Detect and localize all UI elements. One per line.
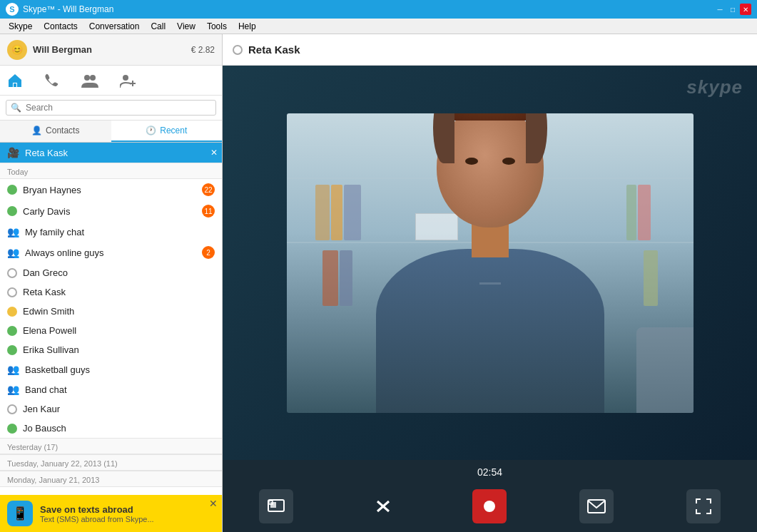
restore-button[interactable]: □ [727,4,738,15]
profile-credit[interactable]: € 2.82 [191,45,215,55]
video-status-icon: 🎥 [7,147,19,158]
contact-status-indicator [233,45,243,55]
menu-contacts[interactable]: Contacts [38,20,83,33]
menu-skype[interactable]: Skype [3,20,38,33]
svg-point-11 [484,501,495,512]
contact-name: Erika Sullivan [23,344,79,355]
end-call-button[interactable] [366,489,400,523]
status-dot-green [7,326,17,336]
timer-display: 02:54 [477,466,502,478]
contact-name: Elena Powell [23,325,76,336]
ad-close-button[interactable]: ✕ [209,498,218,509]
svg-point-3 [123,75,128,81]
contact-name: Carly Davis [23,206,70,217]
contact-name: Band chat [25,384,67,395]
menu-tools[interactable]: Tools [201,20,233,33]
video-frame [287,113,694,413]
contacts-tab-icon: 👤 [31,126,42,135]
contact-name: Reta Kask [23,287,66,297]
status-dot-green [7,345,17,355]
group-icon: 👥 [7,247,19,258]
left-panel: 😊 Will Bergman € 2.82 [0,34,223,532]
skype-watermark: skype [686,76,743,98]
status-dot-offline [7,268,17,278]
menu-call[interactable]: Call [145,20,171,33]
fullscreen-button[interactable] [686,489,721,523]
list-item[interactable]: Elena Powell [0,321,222,340]
svg-rect-7 [270,502,276,508]
contact-name: Dan Greco [23,267,68,278]
search-icon: 🔍 [11,103,21,113]
contact-name: Basketball guys [25,364,90,375]
record-button[interactable] [472,489,507,523]
list-item[interactable]: Bryan Haynes 22 [0,179,222,200]
menu-help[interactable]: Help [233,20,262,33]
list-item[interactable]: Jo Bausch [0,419,222,438]
ad-text-block: Save on texts abroad Text (SMS) abroad f… [40,504,215,523]
status-dot-green [7,206,17,216]
call-timer: 02:54 [223,460,757,484]
search-input[interactable] [26,103,211,113]
ad-icon: 📱 [7,501,33,526]
ad-banner: 📱 Save on texts abroad Text (SMS) abroad… [0,495,222,532]
ad-subtitle: Text (SMS) abroad from Skype... [40,515,215,523]
eye-left [465,158,478,165]
window-controls: ─ □ ✕ [714,4,751,15]
contact-name: Bryan Haynes [23,185,81,195]
main-layout: 😊 Will Bergman € 2.82 [0,34,757,532]
ad-title[interactable]: Save on texts abroad [40,504,215,515]
unread-badge: 2 [202,246,215,259]
screen-share-button[interactable] [259,489,293,523]
eye-right [502,158,515,165]
contact-name-selected: Reta Kask [25,148,68,158]
list-item[interactable]: Jen Kaur [0,399,222,419]
list-item[interactable]: Edwin Smith [0,302,222,321]
close-button[interactable]: ✕ [740,4,751,15]
section-jan21: Monday, January 21, 2013 [0,471,222,487]
call-nav-button[interactable] [44,73,60,88]
list-item[interactable]: Carly Davis 11 [0,200,222,222]
selected-contact-item[interactable]: 🎥 Reta Kask ✕ [0,143,222,163]
close-contact-icon[interactable]: ✕ [210,148,218,158]
group-icon: 👥 [7,384,19,395]
contact-name: My family chat [25,227,84,237]
list-item[interactable]: Dan Greco [0,263,222,282]
right-panel: Reta Kask skype [223,34,757,532]
tab-contacts[interactable]: 👤 Contacts [0,121,111,142]
svg-rect-0 [14,83,16,87]
tabs: 👤 Contacts 🕐 Recent [0,121,222,143]
contact-name: Edwin Smith [23,306,74,317]
skype-logo-icon: S [6,3,19,16]
profile-name[interactable]: Will Bergman [33,44,92,55]
home-nav-button[interactable] [7,73,23,88]
svg-point-1 [84,75,90,81]
search-input-wrap: 🔍 [6,100,216,116]
group-icon: 👥 [7,364,19,375]
list-item[interactable]: 👥 Basketball guys [0,359,222,379]
menu-bar: Skype Contacts Conversation Call View To… [0,19,757,34]
contacts-nav-button[interactable] [81,73,98,88]
couch-right [636,327,694,413]
title-bar: S Skype™ - Will Bergman ─ □ ✕ [0,0,757,19]
minimize-button[interactable]: ─ [714,4,726,15]
person-body [376,249,604,413]
list-item[interactable]: 👥 Always online guys 2 [0,242,222,263]
contact-name: Jen Kaur [23,404,60,414]
window-title: Skype™ - Will Bergman [23,4,113,14]
list-item[interactable]: 👥 My family chat [0,222,222,242]
list-item[interactable]: 👥 Band chat [0,379,222,399]
menu-view[interactable]: View [171,20,201,33]
menu-conversation[interactable]: Conversation [83,20,146,33]
group-icon: 👥 [7,226,19,237]
add-contact-nav-button[interactable] [120,73,137,88]
profile-bar: 😊 Will Bergman € 2.82 [0,34,222,66]
section-yesterday: Yesterday (17) [0,438,222,454]
message-button[interactable] [579,489,614,523]
status-dot-yellow [7,307,17,317]
list-item[interactable]: Reta Kask [0,282,222,302]
tab-recent[interactable]: 🕐 Recent [111,121,223,142]
nav-icons [0,66,222,96]
list-item[interactable]: Erika Sullivan [0,340,222,359]
recent-tab-icon: 🕐 [146,126,156,135]
right-header: Reta Kask [223,34,757,66]
